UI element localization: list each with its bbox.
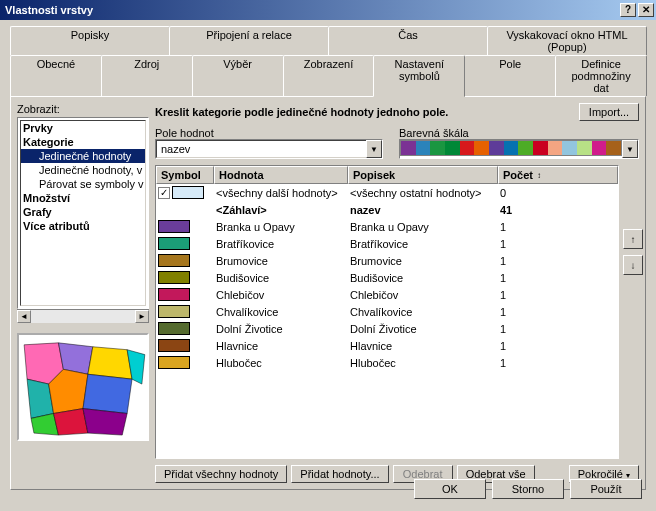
color-swatch[interactable]: [158, 288, 190, 301]
ok-button[interactable]: OK: [414, 479, 486, 499]
ramp-swatch: [592, 141, 607, 155]
ramp-swatch: [606, 141, 621, 155]
cell-label: Budišovice: [348, 272, 498, 284]
color-swatch[interactable]: [158, 322, 190, 335]
cell-value: Chvalíkovice: [214, 306, 348, 318]
value-field-label: Pole hodnot: [155, 127, 383, 139]
tab-v-b-r[interactable]: Výběr: [192, 55, 284, 96]
tree-kategorie[interactable]: Kategorie: [21, 135, 145, 149]
cell-count: 1: [498, 357, 618, 369]
ramp-swatch: [518, 141, 533, 155]
ramp-swatch: [577, 141, 592, 155]
tree-unique-values-many[interactable]: Jedinečné hodnoty, v: [21, 163, 145, 177]
col-symbol[interactable]: Symbol: [156, 166, 214, 184]
symbol-grid[interactable]: Symbol Hodnota Popisek Počet↕ ✓<všechny …: [156, 166, 618, 458]
table-row[interactable]: BrumoviceBrumovice1: [156, 252, 618, 269]
col-popisek[interactable]: Popisek: [348, 166, 498, 184]
chevron-down-icon[interactable]: ▼: [366, 140, 382, 158]
cell-count: 0: [498, 187, 618, 199]
color-ramp-label: Barevná škála: [399, 127, 639, 139]
scroll-track[interactable]: [31, 310, 135, 323]
cell-label: Dolní Životice: [348, 323, 498, 335]
color-swatch[interactable]: [158, 254, 190, 267]
ramp-swatch: [504, 141, 519, 155]
tree-match-symbols[interactable]: Párovat se symboly v: [21, 177, 145, 191]
cell-count: 1: [498, 255, 618, 267]
table-row[interactable]: ChlebičovChlebičov1: [156, 286, 618, 303]
tab-popisky[interactable]: Popisky: [10, 26, 170, 55]
map-preview: [17, 333, 149, 441]
help-button[interactable]: ?: [620, 3, 636, 17]
color-swatch[interactable]: [158, 220, 190, 233]
table-row[interactable]: ✓<všechny další hodnoty><všechny ostatní…: [156, 184, 618, 201]
tree-prvky[interactable]: Prvky: [21, 121, 145, 135]
window-title: Vlastnosti vrstvy: [2, 4, 618, 16]
cell-value: <všechny další hodnoty>: [214, 187, 348, 199]
tree-unique-values[interactable]: Jedinečné hodnoty: [21, 149, 145, 163]
table-row[interactable]: HlavniceHlavnice1: [156, 337, 618, 354]
color-swatch[interactable]: [158, 271, 190, 284]
move-down-button[interactable]: ↓: [623, 255, 643, 275]
color-swatch[interactable]: [158, 339, 190, 352]
row-checkbox[interactable]: ✓: [158, 187, 170, 199]
value-field-combo[interactable]: nazev ▼: [155, 139, 383, 159]
add-values-button[interactable]: Přidat hodnoty...: [291, 465, 388, 483]
add-all-values-button[interactable]: Přidat všechny hodnoty: [155, 465, 287, 483]
ramp-swatch: [533, 141, 548, 155]
color-swatch[interactable]: [158, 305, 190, 318]
cell-value: Hlubočec: [214, 357, 348, 369]
col-pocet[interactable]: Počet↕: [498, 166, 618, 184]
cell-label: Hlubočec: [348, 357, 498, 369]
table-row[interactable]: BratříkoviceBratříkovice1: [156, 235, 618, 252]
tab--as[interactable]: Čas: [328, 26, 488, 55]
cell-label: Branka u Opavy: [348, 221, 498, 233]
color-swatch[interactable]: [158, 356, 190, 369]
cell-value: Bratříkovice: [214, 238, 348, 250]
tab-pole[interactable]: Pole: [464, 55, 556, 96]
cell-value: Dolní Životice: [214, 323, 348, 335]
table-row[interactable]: <Záhlaví>nazev41: [156, 201, 618, 218]
color-swatch[interactable]: [158, 237, 190, 250]
apply-button[interactable]: Použít: [570, 479, 642, 499]
cell-value: Brumovice: [214, 255, 348, 267]
cell-label: Bratříkovice: [348, 238, 498, 250]
show-label: Zobrazit:: [17, 103, 149, 115]
tab-vyskakovac-okno-html-popup-[interactable]: Vyskakovací okno HTML (Popup): [487, 26, 647, 55]
table-row[interactable]: ChvalíkoviceChvalíkovice1: [156, 303, 618, 320]
tab-p-ipojen-a-relace[interactable]: Připojení a relace: [169, 26, 329, 55]
tree-charts[interactable]: Grafy: [21, 205, 145, 219]
tab-zdroj[interactable]: Zdroj: [101, 55, 193, 96]
color-ramp-combo[interactable]: ▼: [399, 139, 639, 159]
cell-count: 1: [498, 323, 618, 335]
move-up-button[interactable]: ↑: [623, 229, 643, 249]
cancel-button[interactable]: Storno: [492, 479, 564, 499]
chevron-down-icon[interactable]: ▼: [622, 140, 638, 158]
tab-zobrazen-[interactable]: Zobrazení: [283, 55, 375, 96]
ramp-swatch: [474, 141, 489, 155]
cell-count: 1: [498, 289, 618, 301]
cell-count: 1: [498, 221, 618, 233]
tab-definice-podmno-iny-dat[interactable]: Definice podmnožiny dat: [555, 55, 647, 96]
table-row[interactable]: HlubočecHlubočec1: [156, 354, 618, 371]
table-row[interactable]: BudišoviceBudišovice1: [156, 269, 618, 286]
col-hodnota[interactable]: Hodnota: [214, 166, 348, 184]
tree-multi-attr[interactable]: Více atributů: [21, 219, 145, 233]
ramp-swatch: [445, 141, 460, 155]
scroll-left-icon[interactable]: ◄: [17, 310, 31, 323]
tree-quantities[interactable]: Množství: [21, 191, 145, 205]
tab-obecn-[interactable]: Obecné: [10, 55, 102, 96]
cell-label: Brumovice: [348, 255, 498, 267]
cell-value: Chlebičov: [214, 289, 348, 301]
cell-label: nazev: [348, 204, 498, 216]
cell-label: Hlavnice: [348, 340, 498, 352]
tab-nastaven-symbol-[interactable]: Nastavení symbolů: [373, 55, 465, 97]
ramp-swatch: [430, 141, 445, 155]
cell-value: <Záhlaví>: [214, 204, 348, 216]
color-swatch[interactable]: [172, 186, 204, 199]
scroll-right-icon[interactable]: ►: [135, 310, 149, 323]
table-row[interactable]: Branka u OpavyBranka u Opavy1: [156, 218, 618, 235]
category-tree[interactable]: Prvky Kategorie Jedinečné hodnoty Jedine…: [17, 117, 149, 309]
close-button[interactable]: ✕: [638, 3, 654, 17]
import-button[interactable]: Import...: [579, 103, 639, 121]
table-row[interactable]: Dolní ŽivoticeDolní Životice1: [156, 320, 618, 337]
